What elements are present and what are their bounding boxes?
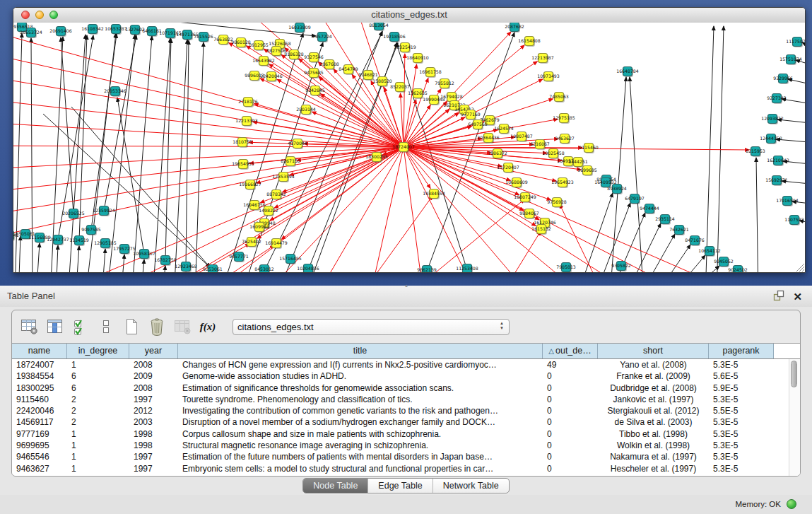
graph-node[interactable]: 9227343 xyxy=(767,94,787,105)
graph-node[interactable]: 7986372 xyxy=(488,149,507,160)
graph-node[interactable]: 15720407 xyxy=(497,163,519,174)
show-columns-button[interactable] xyxy=(45,316,66,337)
graph-node[interactable]: 7857224 xyxy=(312,33,332,43)
graph-node[interactable]: 8186328 xyxy=(284,50,304,61)
window-resize-grip[interactable] xyxy=(796,264,804,271)
tab-node-table[interactable]: Node Table xyxy=(303,479,368,493)
graph-node[interactable]: 8454749 xyxy=(339,65,358,76)
graph-node[interactable]: 1615132 xyxy=(531,225,551,235)
float-panel-icon[interactable] xyxy=(773,290,784,304)
graph-node[interactable]: 11253408 xyxy=(456,264,478,273)
graph-node[interactable]: 9699695 xyxy=(577,166,597,177)
graph-node[interactable]: 2867608 xyxy=(319,60,339,71)
column-header-pagerank[interactable]: pagerank xyxy=(709,344,774,358)
close-window-button[interactable] xyxy=(21,11,30,19)
graph-node[interactable]: 1134519 xyxy=(69,236,89,247)
graph-node[interactable]: 7905813 xyxy=(556,263,576,273)
zoom-window-button[interactable] xyxy=(49,11,58,19)
graph-node[interactable]: 18325419 xyxy=(394,43,416,54)
graph-node[interactable]: 1498222 xyxy=(259,206,278,217)
column-header-in_degree[interactable]: in_degree xyxy=(67,344,129,358)
graph-node[interactable]: 16033809 xyxy=(288,23,311,34)
graph-node[interactable]: 10958107 xyxy=(133,250,155,260)
table-settings-button[interactable] xyxy=(19,316,40,337)
graph-node[interactable]: 11175074 xyxy=(786,37,805,48)
graph-node[interactable]: 9253061 xyxy=(203,265,223,273)
graph-node[interactable]: 9827506 xyxy=(266,47,286,57)
table-row[interactable]: 946362711997Embryonic stem cells: a mode… xyxy=(12,463,800,474)
graph-node[interactable]: 15751074 xyxy=(779,55,802,66)
graph-node[interactable]: 12975185 xyxy=(553,114,575,124)
graph-node[interactable]: 20691406 xyxy=(49,27,72,37)
close-panel-icon[interactable]: ✕ xyxy=(793,291,802,303)
table-row[interactable]: 946554611997Estimation of the future num… xyxy=(12,451,800,462)
graph-node[interactable]: 18640910 xyxy=(406,54,429,64)
graph-node[interactable]: 1107533 xyxy=(784,216,804,226)
graph-node[interactable]: 16914479 xyxy=(265,239,288,250)
graph-node[interactable]: 2803144 xyxy=(296,105,316,116)
graph-node[interactable]: 7625402 xyxy=(242,238,261,248)
graph-node[interactable]: 16961758 xyxy=(419,68,442,78)
graph-node[interactable]: 19654923 xyxy=(551,178,574,189)
delete-rows-button[interactable] xyxy=(146,316,167,337)
table-row[interactable]: 1872400712008Changes of HCN gene express… xyxy=(12,359,800,370)
graph-node[interactable]: 1624574 xyxy=(494,124,514,135)
memory-status-indicator[interactable] xyxy=(787,499,796,509)
column-header-title[interactable]: title xyxy=(178,344,543,358)
graph-node[interactable]: 1609944 xyxy=(249,223,269,233)
graph-node[interactable]: 4170044 xyxy=(288,139,307,150)
new-table-button[interactable] xyxy=(121,316,142,337)
graph-node[interactable]: 12444158 xyxy=(760,134,782,145)
graph-node[interactable]: 10025458 xyxy=(542,149,565,160)
graph-node[interactable]: 10653287 xyxy=(105,25,127,35)
table-row[interactable]: 1938455462009Genome-wide association stu… xyxy=(12,370,800,382)
graph-node[interactable]: 19218506 xyxy=(383,33,406,43)
graph-node[interactable]: 16648784 xyxy=(616,67,639,78)
graph-node[interactable]: 20553724 xyxy=(20,28,42,39)
graph-node[interactable]: 12923468 xyxy=(175,262,197,273)
graph-node[interactable]: 7955812 xyxy=(435,79,454,90)
graph-node[interactable]: 7485063 xyxy=(549,93,569,103)
graph-node[interactable]: 18807249 xyxy=(514,193,536,204)
graph-node[interactable]: 9457771 xyxy=(229,252,249,263)
graph-node[interactable]: 15716485 xyxy=(279,255,302,265)
graph-node[interactable]: 8878342 xyxy=(266,190,286,201)
delete-table-button[interactable] xyxy=(172,316,193,337)
graph-node[interactable]: 6479197 xyxy=(625,194,645,205)
graph-node[interactable]: 16782759 xyxy=(154,256,177,267)
minimize-window-button[interactable] xyxy=(35,11,44,19)
graph-node[interactable]: 9329966 xyxy=(773,74,793,85)
graph-node[interactable]: 12942737 xyxy=(47,235,69,246)
graph-node[interactable]: 16154808 xyxy=(518,37,541,47)
table-row[interactable]: 1830029562008Estimation of significance … xyxy=(12,382,800,394)
network-canvas[interactable]: 1935651820553724206914061610834210653287… xyxy=(13,23,805,272)
graph-node[interactable]: 2718176 xyxy=(238,98,258,108)
column-header-name[interactable]: name xyxy=(12,344,67,358)
tab-edge-table[interactable]: Edge Table xyxy=(368,479,433,493)
graph-node[interactable]: 10688609 xyxy=(505,178,528,189)
graph-node[interactable]: 12353594 xyxy=(272,173,295,183)
graph-node[interactable]: 16108342 xyxy=(81,25,104,35)
row-height-button[interactable] xyxy=(95,316,117,337)
panel-splitter-handle[interactable]: ▴ xyxy=(401,283,411,288)
column-header-out_de[interactable]: △out_de… xyxy=(543,344,598,358)
select-all-button[interactable] xyxy=(70,316,91,337)
graph-node[interactable]: 9756928 xyxy=(547,198,567,209)
graph-node[interactable]: 8813054 xyxy=(369,23,389,31)
table-row[interactable]: 969969511998Structural magnetic resonanc… xyxy=(12,440,800,451)
graph-node[interactable]: 9305822 xyxy=(611,262,631,272)
graph-node[interactable]: 10204856 xyxy=(297,264,319,273)
table-select-dropdown[interactable]: citations_edges.txt ▲▼ xyxy=(233,319,510,335)
graph-node[interactable]: 15692971 xyxy=(765,176,788,187)
table-row[interactable]: 977716911998Corpus callosum shape and si… xyxy=(12,428,800,440)
graph-node[interactable]: 20053346 xyxy=(104,87,126,98)
graph-node[interactable]: 9115460 xyxy=(579,144,599,154)
graph-node[interactable]: 8522037 xyxy=(390,83,410,93)
graph-node[interactable]: 7815526 xyxy=(194,33,213,43)
graph-node[interactable]: 12359924 xyxy=(93,206,115,217)
graph-node[interactable]: 17957275 xyxy=(113,245,136,255)
window-titlebar[interactable]: citations_edges.txt xyxy=(13,8,805,23)
tab-network-table[interactable]: Network Table xyxy=(433,479,509,493)
graph-node[interactable]: 19654955 xyxy=(232,160,254,170)
graph-node[interactable]: 12093872 xyxy=(761,115,784,125)
